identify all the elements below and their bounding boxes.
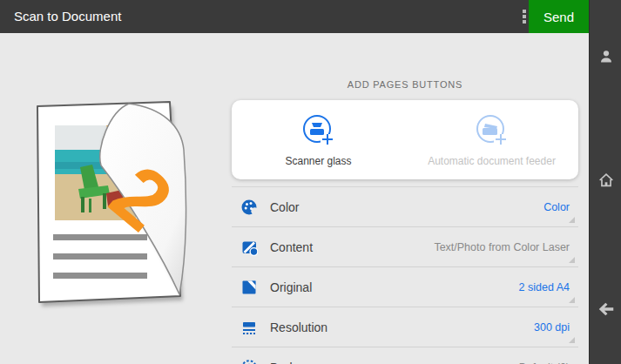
adf-label: Automatic document feeder <box>428 155 556 167</box>
corner-grip-icon <box>569 297 575 303</box>
setting-label: Original <box>270 280 312 294</box>
setting-label: Content <box>270 240 313 254</box>
resolution-icon <box>240 319 258 336</box>
flatbed-scanner-add-icon <box>300 113 338 150</box>
setting-row-color[interactable]: Color Color <box>232 187 578 227</box>
topbar: Scan to Document Send <box>0 0 621 33</box>
home-button[interactable] <box>590 167 621 193</box>
setting-value: 2 sided A4 <box>519 281 570 293</box>
corner-grip-icon <box>569 217 575 223</box>
setting-row-content[interactable]: Content Text/Photo from Color Laser <box>232 227 578 267</box>
setting-label: Color <box>270 200 299 214</box>
page-title: Scan to Document <box>14 0 121 33</box>
setting-value: Default (0) <box>519 361 570 364</box>
main-content: 2 ADD PAGES BUTTONS Scanner glass <box>0 33 589 364</box>
setting-row-original[interactable]: Original 2 sided A4 <box>232 267 578 307</box>
setting-row-darkness[interactable]: Darkness Default (0) <box>232 347 578 364</box>
setting-label: Resolution <box>270 320 327 334</box>
setting-label: Darkness <box>270 361 321 364</box>
back-button[interactable] <box>590 296 621 322</box>
scan-settings-list: Color Color Content Text/Photo from Colo… <box>232 186 578 364</box>
setting-row-resolution[interactable]: Resolution 300 dpi <box>232 307 578 347</box>
content-image-icon <box>240 239 258 256</box>
corner-grip-icon <box>569 337 575 343</box>
darkness-icon <box>240 359 258 364</box>
setting-value: Color <box>543 201 570 213</box>
add-pages-card: Scanner glass Automatic document feeder <box>232 100 578 179</box>
nav-sidebar <box>589 0 621 364</box>
palette-icon <box>240 199 258 216</box>
home-icon <box>597 171 616 190</box>
setting-value: 300 dpi <box>534 321 570 334</box>
add-pages-header: ADD PAGES BUTTONS <box>232 79 578 90</box>
scan-to-document-screen: Scan to Document Send <box>0 0 621 364</box>
scanned-page-preview: 2 <box>30 96 204 313</box>
account-button[interactable] <box>590 44 621 70</box>
automatic-document-feeder-button[interactable]: Automatic document feeder <box>405 100 578 179</box>
original-page-icon <box>240 279 258 296</box>
scanner-glass-button[interactable]: Scanner glass <box>232 100 405 179</box>
setting-value: Text/Photo from Color Laser <box>434 241 570 253</box>
send-button[interactable]: Send <box>529 0 589 33</box>
back-icon <box>597 300 616 319</box>
corner-grip-icon <box>569 257 575 263</box>
adf-add-icon <box>473 113 511 150</box>
account-icon <box>597 47 616 66</box>
scanner-glass-label: Scanner glass <box>285 155 351 167</box>
